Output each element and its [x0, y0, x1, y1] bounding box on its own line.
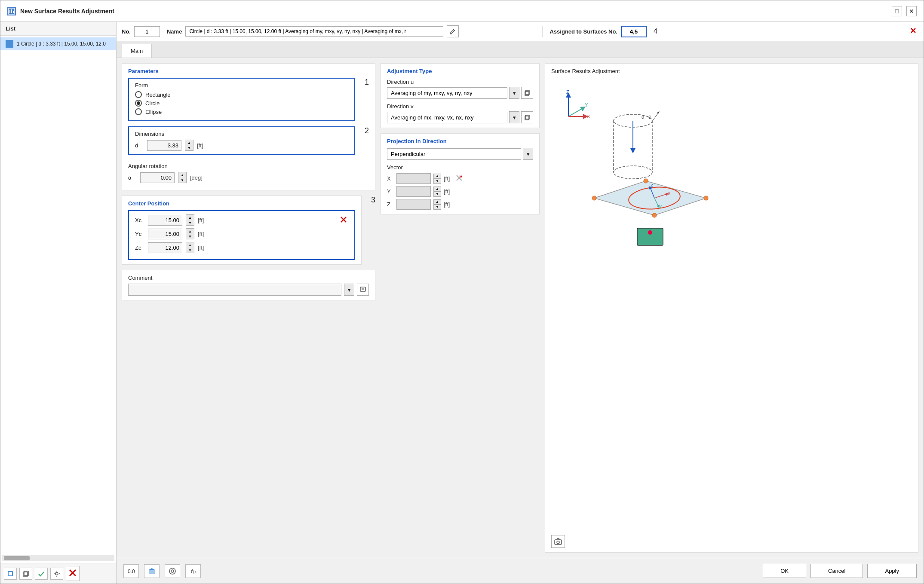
dir-v-select[interactable]: Averaging of mx, mxy, vx, nx, nxy [387, 112, 507, 123]
vy-spin-up[interactable]: ▲ [433, 187, 441, 192]
radio-label-ellipse: Ellipse [145, 109, 162, 115]
close-button[interactable]: ✕ [906, 6, 917, 16]
no-input[interactable] [134, 26, 160, 37]
duplicate-button[interactable] [19, 568, 32, 580]
vector-clear-button[interactable] [454, 174, 464, 184]
add-item-button[interactable] [4, 568, 17, 580]
d-spin-down[interactable]: ▼ [185, 145, 193, 150]
d-spinner[interactable]: ▲ ▼ [185, 140, 193, 151]
zc-spin-down[interactable]: ▼ [186, 248, 194, 253]
alpha-spin-up[interactable]: ▲ [178, 172, 186, 177]
projection-select[interactable]: Perpendicular [387, 148, 521, 160]
surface-viz-area: Z Y X [551, 78, 912, 532]
alpha-spin-down[interactable]: ▼ [178, 177, 186, 183]
right-content: No. Name Assigned to Surfaces No. 4 [117, 22, 924, 584]
dir-v-arrow[interactable]: ▾ [509, 111, 519, 123]
settings-button[interactable] [50, 568, 63, 580]
vector-z-input[interactable] [396, 199, 431, 210]
dir-u-copy-button[interactable] [521, 87, 533, 99]
alpha-spinner[interactable]: ▲ ▼ [178, 172, 187, 183]
radio-rectangle[interactable]: Rectangle [135, 91, 348, 98]
projection-select-row: Perpendicular ▾ [387, 148, 533, 160]
apply-button[interactable]: Apply [867, 564, 917, 578]
form-box: Form Rectangle Circle [128, 78, 355, 121]
svg-point-56 [648, 230, 652, 235]
assigned-label: Assigned to Surfaces No. [549, 28, 617, 35]
alpha-input[interactable] [140, 172, 175, 183]
vector-y-input[interactable] [396, 186, 431, 197]
comment-section: Comment ▾ [122, 270, 375, 300]
tab-main[interactable]: Main [122, 44, 152, 58]
vector-y-unit: [ft] [444, 188, 450, 195]
zc-spin-up[interactable]: ▲ [186, 242, 194, 248]
vector-x-input[interactable] [396, 173, 431, 184]
display-button[interactable] [165, 564, 180, 578]
xc-spin-up[interactable]: ▲ [186, 215, 194, 220]
list-item[interactable]: 1 Circle | d : 3.33 ft | 15.00, 15.00, 1… [0, 37, 116, 50]
yc-label: Yc [135, 231, 144, 237]
assigned-input[interactable] [621, 26, 647, 37]
adj-type-title: Adjustment Type [387, 68, 533, 74]
clear-position-button[interactable] [339, 215, 348, 225]
radio-circle[interactable]: Circle [135, 100, 348, 107]
vy-spin-down[interactable]: ▼ [433, 192, 441, 197]
vector-z-row: Z ▲ ▼ [ft] [387, 199, 533, 210]
ok-button[interactable]: OK [763, 564, 806, 578]
assigned-clear-button[interactable] [908, 26, 918, 37]
dimensions-wrapper: Dimensions d ▲ ▼ [ft] [128, 126, 369, 160]
vy-spinner[interactable]: ▲ ▼ [433, 187, 441, 197]
surface-button[interactable] [144, 564, 160, 578]
dir-u-arrow[interactable]: ▾ [509, 87, 519, 99]
maximize-button[interactable]: □ [892, 6, 902, 16]
svg-point-63 [171, 570, 174, 572]
vx-spinner[interactable]: ▲ ▼ [433, 174, 441, 184]
no-field-group: No. [122, 26, 160, 37]
d-input[interactable] [147, 140, 181, 151]
vx-spin-down[interactable]: ▼ [433, 179, 441, 184]
cancel-button[interactable]: Cancel [810, 564, 863, 578]
scrollbar-thumb [4, 556, 30, 560]
yc-input[interactable] [148, 229, 182, 239]
name-input[interactable] [185, 26, 443, 37]
yc-spin-down[interactable]: ▼ [186, 234, 194, 239]
adjustment-type-section: Adjustment Type Direction u Averaging of… [381, 63, 540, 128]
xc-spinner[interactable]: ▲ ▼ [186, 214, 194, 226]
alpha-row: α ▲ ▼ [deg] [128, 172, 369, 183]
comment-action-button[interactable] [357, 284, 369, 296]
name-edit-button[interactable] [447, 25, 459, 37]
vector-group: Vector X ▲ ▼ [ft] [387, 164, 533, 210]
xc-input[interactable] [148, 215, 182, 226]
coordinate-button[interactable]: 0.00 [123, 564, 139, 578]
d-spin-up[interactable]: ▲ [185, 140, 193, 145]
angular-section: Angular rotation α ▲ ▼ [deg] [128, 160, 369, 186]
main-area: List 1 Circle | d : 3.33 ft | 15.00, 15.… [0, 22, 924, 584]
radio-ellipse[interactable]: Ellipse [135, 108, 348, 115]
main-window: New Surface Results Adjustment □ ✕ List … [0, 0, 924, 584]
zc-input[interactable] [148, 242, 182, 253]
dir-u-label: Direction u [387, 79, 533, 85]
zc-spinner[interactable]: ▲ ▼ [186, 242, 194, 253]
vx-spin-up[interactable]: ▲ [433, 174, 441, 179]
camera-button[interactable] [551, 535, 565, 548]
alpha-unit: [deg] [190, 174, 203, 181]
vz-spin-down[interactable]: ▼ [433, 205, 441, 210]
vz-spin-up[interactable]: ▲ [433, 199, 441, 205]
function-button[interactable]: f(x) [185, 564, 201, 578]
comment-select[interactable] [128, 284, 341, 296]
delete-button[interactable] [66, 566, 80, 581]
comment-dropdown-arrow[interactable]: ▾ [344, 284, 354, 296]
yc-spinner[interactable]: ▲ ▼ [186, 228, 194, 239]
assigned-value: 4 [654, 28, 905, 35]
assigned-section: Assigned to Surfaces No. 4 [542, 26, 918, 37]
yc-spin-up[interactable]: ▲ [186, 229, 194, 234]
dir-u-select[interactable]: Averaging of my, mxy, vy, ny, nxy [387, 87, 507, 99]
vector-x-row: X ▲ ▼ [ft] [387, 173, 533, 184]
dir-v-select-row: Averaging of mx, mxy, vx, nx, nxy ▾ [387, 111, 533, 123]
yc-row: Yc ▲ ▼ [ft] [135, 228, 348, 239]
vz-spinner[interactable]: ▲ ▼ [433, 199, 441, 210]
xc-spin-down[interactable]: ▼ [186, 220, 194, 225]
check-button[interactable] [35, 568, 48, 580]
dir-v-copy-button[interactable] [521, 111, 533, 123]
projection-arrow[interactable]: ▾ [523, 148, 533, 160]
list-scrollbar[interactable] [2, 555, 114, 561]
